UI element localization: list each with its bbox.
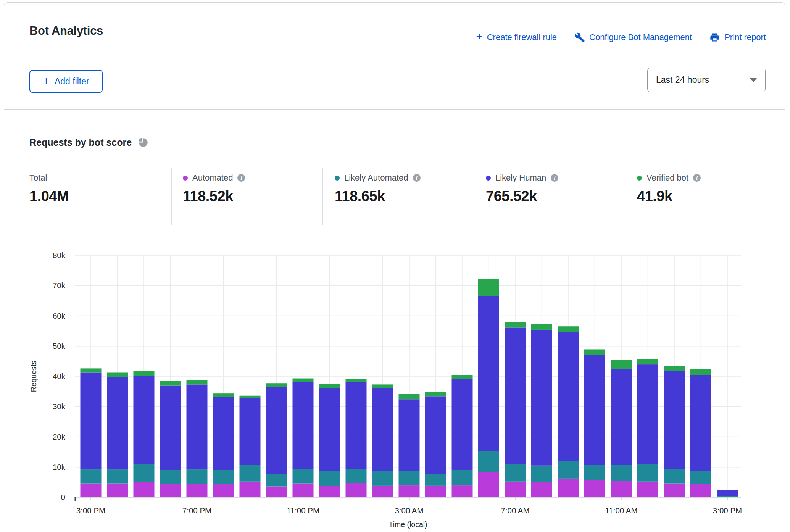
- bar-segment-automated[interactable]: [558, 479, 579, 497]
- bar-segment-likely-human[interactable]: [240, 398, 261, 465]
- bar-segment-verified-bot[interactable]: [611, 360, 632, 369]
- bar-segment-likely-automated[interactable]: [213, 470, 234, 484]
- bar-segment-likely-automated[interactable]: [81, 469, 102, 483]
- bar-segment-automated[interactable]: [664, 484, 685, 497]
- info-icon[interactable]: i: [693, 174, 701, 182]
- bar-segment-likely-automated[interactable]: [584, 465, 605, 480]
- bar-segment-likely-human[interactable]: [584, 355, 605, 465]
- bar-segment-likely-human[interactable]: [478, 296, 499, 451]
- bar-segment-verified-bot[interactable]: [637, 359, 658, 364]
- create-firewall-rule-link[interactable]: + Create firewall rule: [476, 32, 557, 43]
- bar-segment-automated[interactable]: [399, 485, 420, 497]
- bar-segment-likely-automated[interactable]: [134, 464, 155, 482]
- bar-segment-likely-automated[interactable]: [346, 469, 367, 483]
- print-report-link[interactable]: Print report: [709, 32, 766, 43]
- bar-segment-verified-bot[interactable]: [690, 369, 711, 375]
- bar-segment-verified-bot[interactable]: [346, 379, 367, 382]
- bar-segment-verified-bot[interactable]: [319, 384, 340, 388]
- info-icon[interactable]: i: [551, 174, 558, 182]
- bar-segment-likely-automated[interactable]: [452, 470, 473, 485]
- bar-segment-automated[interactable]: [531, 482, 552, 497]
- bar-segment-automated[interactable]: [240, 482, 261, 497]
- bar-segment-likely-human[interactable]: [266, 387, 287, 474]
- bar-segment-verified-bot[interactable]: [505, 322, 526, 327]
- bar-segment-automated[interactable]: [346, 483, 367, 497]
- bar-segment-likely-automated[interactable]: [399, 471, 420, 485]
- bar-segment-automated[interactable]: [134, 482, 155, 497]
- bar-segment-likely-human[interactable]: [293, 382, 314, 469]
- bar-segment-likely-automated[interactable]: [240, 465, 261, 482]
- bar-segment-likely-automated[interactable]: [611, 465, 632, 481]
- bar-segment-automated[interactable]: [584, 480, 605, 497]
- bar-segment-automated[interactable]: [266, 486, 287, 497]
- bar-segment-likely-automated[interactable]: [637, 464, 658, 482]
- bar-segment-verified-bot[interactable]: [134, 371, 155, 376]
- add-filter-button[interactable]: + Add filter: [29, 70, 103, 93]
- bar-segment-automated[interactable]: [425, 486, 446, 497]
- bar-segment-likely-human[interactable]: [690, 375, 711, 471]
- bar-segment-automated[interactable]: [213, 484, 234, 497]
- bar-segment-likely-human[interactable]: [425, 396, 446, 474]
- bar-segment-automated[interactable]: [319, 486, 340, 497]
- bar-segment-likely-automated[interactable]: [160, 470, 181, 484]
- bar-segment-likely-automated[interactable]: [664, 469, 685, 483]
- bar-segment-likely-automated[interactable]: [558, 461, 579, 479]
- bar-segment-verified-bot[interactable]: [425, 392, 446, 396]
- bar-segment-likely-human[interactable]: [346, 382, 367, 469]
- bar-segment-likely-human[interactable]: [372, 388, 393, 471]
- bar-segment-likely-human[interactable]: [531, 330, 552, 466]
- bar-segment-verified-bot[interactable]: [266, 383, 287, 387]
- bar-segment-likely-human[interactable]: [505, 327, 526, 464]
- bar-segment-automated[interactable]: [293, 484, 314, 497]
- bar-segment-likely-human[interactable]: [160, 386, 181, 470]
- bar-segment-likely-human[interactable]: [134, 376, 155, 464]
- bar-segment-automated[interactable]: [478, 472, 499, 497]
- bar-segment-verified-bot[interactable]: [160, 381, 181, 386]
- bar-segment-verified-bot[interactable]: [372, 384, 393, 388]
- bar-segment-automated[interactable]: [637, 482, 658, 497]
- bar-segment-likely-human[interactable]: [611, 369, 632, 465]
- bar-segment-likely-human[interactable]: [452, 379, 473, 470]
- bar-segment-likely-human[interactable]: [558, 332, 579, 461]
- bar-segment-likely-human[interactable]: [187, 384, 208, 469]
- bar-segment-automated[interactable]: [452, 485, 473, 497]
- bar-segment-automated[interactable]: [107, 484, 128, 497]
- bar-segment-likely-human[interactable]: [319, 388, 340, 471]
- bar-segment-verified-bot[interactable]: [399, 394, 420, 399]
- bar-segment-likely-automated[interactable]: [187, 469, 208, 484]
- bar-segment-likely-human[interactable]: [637, 364, 658, 464]
- bar-segment-likely-automated[interactable]: [505, 464, 526, 482]
- bar-segment-verified-bot[interactable]: [717, 490, 738, 490]
- bar-segment-verified-bot[interactable]: [293, 379, 314, 382]
- bar-segment-verified-bot[interactable]: [213, 393, 234, 397]
- bar-segment-verified-bot[interactable]: [452, 375, 473, 379]
- bar-segment-automated[interactable]: [690, 484, 711, 497]
- bar-segment-verified-bot[interactable]: [531, 324, 552, 330]
- bar-segment-likely-automated[interactable]: [531, 466, 552, 482]
- bar-segment-verified-bot[interactable]: [584, 349, 605, 355]
- bar-segment-verified-bot[interactable]: [81, 368, 102, 372]
- info-icon[interactable]: i: [413, 174, 421, 182]
- bar-segment-likely-automated[interactable]: [266, 474, 287, 486]
- bar-segment-automated[interactable]: [505, 482, 526, 497]
- bar-segment-automated[interactable]: [187, 484, 208, 497]
- bar-segment-likely-automated[interactable]: [690, 471, 711, 484]
- bar-segment-verified-bot[interactable]: [107, 372, 128, 377]
- bar-segment-likely-automated[interactable]: [717, 496, 738, 497]
- bar-segment-verified-bot[interactable]: [187, 380, 208, 384]
- bar-segment-automated[interactable]: [611, 481, 632, 497]
- bar-segment-likely-automated[interactable]: [372, 471, 393, 486]
- bar-segment-likely-automated[interactable]: [107, 469, 128, 483]
- bar-segment-likely-human[interactable]: [664, 371, 685, 469]
- bar-segment-likely-human[interactable]: [213, 397, 234, 470]
- bar-segment-verified-bot[interactable]: [558, 326, 579, 332]
- bar-segment-verified-bot[interactable]: [664, 366, 685, 371]
- configure-bot-management-link[interactable]: Configure Bot Management: [574, 32, 692, 43]
- bar-segment-verified-bot[interactable]: [240, 396, 261, 398]
- bar-segment-likely-automated[interactable]: [478, 451, 499, 472]
- bar-segment-automated[interactable]: [372, 486, 393, 497]
- bar-segment-likely-automated[interactable]: [319, 471, 340, 486]
- time-range-dropdown[interactable]: Last 24 hours: [647, 68, 766, 92]
- bar-segment-likely-human[interactable]: [81, 372, 102, 469]
- bar-segment-likely-human[interactable]: [107, 377, 128, 470]
